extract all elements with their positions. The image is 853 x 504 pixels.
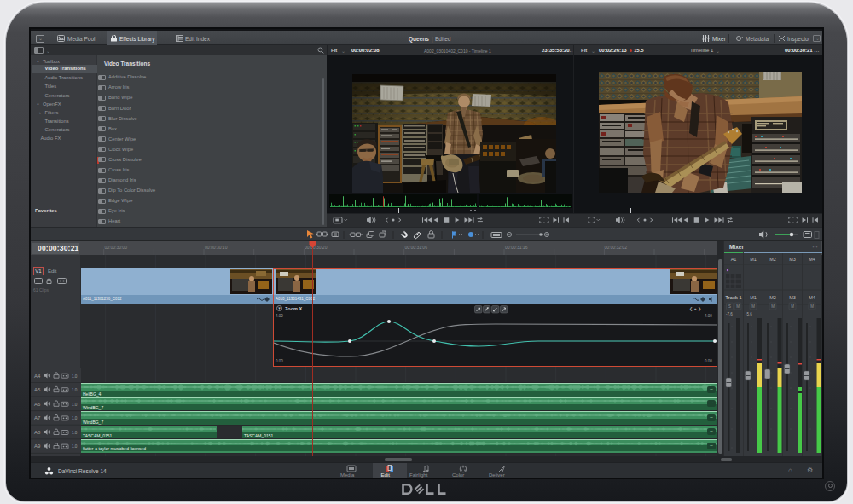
svg-text:A1: A1 <box>731 257 737 262</box>
svg-text:-7.6: -7.6 <box>726 312 733 316</box>
svg-text:M2: M2 <box>769 257 776 262</box>
svg-text:M: M <box>751 304 755 309</box>
svg-text:M1: M1 <box>750 257 757 262</box>
svg-text:1.0: 1.0 <box>72 388 78 392</box>
svg-text:M4: M4 <box>809 295 815 300</box>
svg-text:S: S <box>728 304 731 309</box>
svg-text:M: M <box>736 304 740 309</box>
svg-text:M: M <box>771 304 775 309</box>
svg-text:M: M <box>791 304 794 309</box>
svg-text:1.0: 1.0 <box>72 374 78 379</box>
svg-text:A5: A5 <box>34 387 41 392</box>
svg-text:A9: A9 <box>34 443 41 449</box>
svg-text:M3: M3 <box>789 257 796 262</box>
svg-text:M1: M1 <box>750 295 757 300</box>
svg-text:M4: M4 <box>809 257 815 262</box>
svg-text:M3: M3 <box>789 295 796 300</box>
svg-text:1.0: 1.0 <box>72 403 78 407</box>
svg-text:M2: M2 <box>769 295 776 300</box>
svg-text:A6: A6 <box>34 402 41 407</box>
svg-text:A7: A7 <box>34 415 41 420</box>
svg-text:A4: A4 <box>34 374 41 379</box>
svg-text:A8: A8 <box>34 430 41 435</box>
svg-text:1.0: 1.0 <box>72 416 78 420</box>
svg-text:M: M <box>810 304 814 309</box>
svg-text:1.0: 1.0 <box>72 444 78 449</box>
svg-text:Track 1: Track 1 <box>726 295 742 300</box>
svg-text:-5.6: -5.6 <box>746 312 752 316</box>
svg-text:1.0: 1.0 <box>72 431 78 435</box>
